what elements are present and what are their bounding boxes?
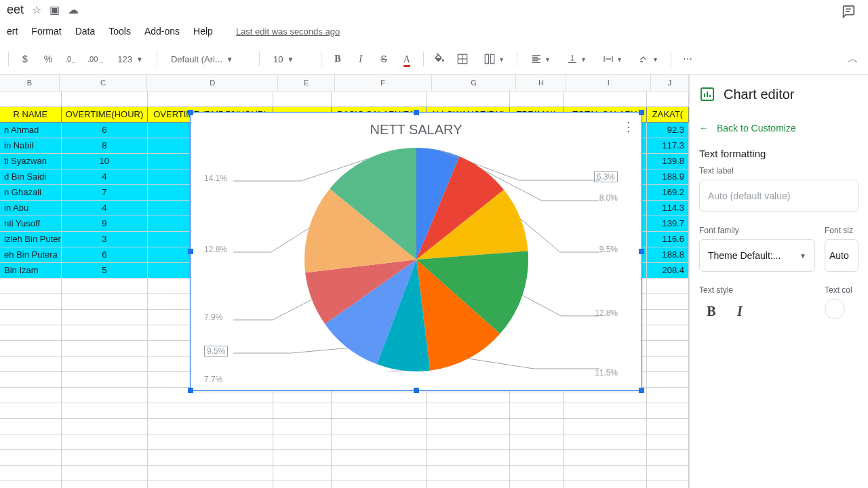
merge-button[interactable]: ▾ bbox=[479, 52, 507, 66]
resize-handle[interactable] bbox=[414, 388, 419, 393]
number-format-select[interactable]: 123▼ bbox=[113, 53, 147, 66]
slice-label: 8.0% bbox=[599, 193, 618, 203]
percent-button[interactable]: % bbox=[41, 54, 55, 64]
comments-icon[interactable] bbox=[841, 4, 856, 21]
menu-addons[interactable]: Add-ons bbox=[144, 26, 180, 37]
currency-button[interactable]: $ bbox=[18, 54, 32, 64]
font-size-select[interactable]: 10▼ bbox=[269, 53, 311, 66]
slice-label[interactable]: 9.5% bbox=[204, 346, 228, 357]
collapse-toolbar-button[interactable]: ︿ bbox=[846, 52, 860, 66]
col-F[interactable]: F bbox=[335, 75, 432, 91]
resize-handle[interactable] bbox=[188, 388, 193, 393]
resize-handle[interactable] bbox=[188, 110, 193, 115]
col-D[interactable]: D bbox=[147, 75, 278, 91]
col-E[interactable]: E bbox=[278, 75, 334, 91]
italic-toggle[interactable]: I bbox=[728, 299, 752, 323]
menu-data[interactable]: Data bbox=[75, 26, 96, 37]
pie-chart bbox=[193, 141, 640, 371]
cloud-icon[interactable]: ☁ bbox=[68, 3, 79, 16]
chart-title: NETT SALARY bbox=[191, 122, 642, 138]
doc-title[interactable]: eet bbox=[7, 3, 24, 17]
svg-rect-5 bbox=[485, 54, 488, 64]
svg-rect-6 bbox=[490, 54, 494, 64]
slice-label: 11.5% bbox=[595, 368, 618, 378]
font-family-label: Font family bbox=[699, 226, 815, 235]
titlebar: eet ☆ ▣ ☁ bbox=[0, 0, 868, 19]
panel-title: Chart editor bbox=[724, 87, 795, 102]
slice-label: 7.7% bbox=[204, 375, 222, 384]
slice-label[interactable]: 6.3% bbox=[594, 171, 618, 182]
bold-toggle[interactable]: B bbox=[699, 299, 724, 323]
increase-decimal-button[interactable]: .00→ bbox=[87, 53, 104, 66]
slice-label: 12.8% bbox=[204, 245, 227, 254]
back-to-customize[interactable]: ← Back to Customize bbox=[699, 114, 859, 142]
col-J[interactable]: J bbox=[651, 75, 689, 91]
text-label-caption: Text label bbox=[699, 166, 859, 176]
panel-header: Chart editor bbox=[699, 75, 859, 114]
halign-button[interactable]: ▾ bbox=[527, 52, 553, 66]
fill-color-button[interactable] bbox=[433, 53, 447, 65]
chart-editor-panel: Chart editor ← Back to Customize Text fo… bbox=[689, 75, 868, 488]
valign-button[interactable]: ▾ bbox=[563, 52, 589, 66]
star-icon[interactable]: ☆ bbox=[32, 3, 41, 16]
text-color-swatch[interactable] bbox=[825, 299, 845, 319]
rotate-button[interactable]: ▾ bbox=[635, 52, 661, 66]
chart-menu-icon[interactable]: ⋮ bbox=[623, 119, 635, 134]
col-H[interactable]: H bbox=[516, 75, 566, 91]
bold-button[interactable]: B bbox=[331, 54, 344, 64]
font-size-select[interactable]: Auto bbox=[825, 239, 859, 272]
table-row[interactable] bbox=[0, 434, 689, 450]
text-color-label: Text col bbox=[825, 285, 859, 295]
toolbar: $ % .0← .00→ 123▼ Default (Ari...▼ 10▼ B… bbox=[0, 44, 868, 75]
italic-button[interactable]: I bbox=[354, 54, 368, 64]
menu-help[interactable]: Help bbox=[193, 26, 213, 37]
slice-label: 14.1% bbox=[204, 174, 227, 183]
slice-label: 9.5% bbox=[599, 245, 618, 254]
more-button[interactable]: ⋯ bbox=[681, 54, 694, 64]
col-G[interactable]: G bbox=[432, 75, 517, 91]
menu-format[interactable]: Format bbox=[31, 26, 61, 37]
menubar: ert Format Data Tools Add-ons Help Last … bbox=[0, 19, 868, 44]
text-style-label: Text style bbox=[699, 285, 815, 295]
table-row[interactable] bbox=[0, 481, 689, 488]
chart-icon bbox=[699, 86, 715, 102]
font-family-select[interactable]: Default (Ari...▼ bbox=[167, 53, 250, 66]
table-row[interactable] bbox=[0, 466, 689, 481]
resize-handle[interactable] bbox=[639, 388, 644, 393]
table-row[interactable] bbox=[0, 403, 689, 419]
menu-insert[interactable]: ert bbox=[7, 26, 18, 37]
spreadsheet-area[interactable]: B C D E F G H I J R NAME OVERTIME(HOUR) … bbox=[0, 75, 689, 488]
arrow-left-icon: ← bbox=[699, 123, 709, 134]
table-row[interactable] bbox=[0, 450, 689, 466]
text-label-input[interactable]: Auto (default value) bbox=[699, 180, 859, 212]
text-color-button[interactable]: A bbox=[400, 54, 414, 65]
move-icon[interactable]: ▣ bbox=[50, 3, 60, 16]
font-size-label: Font siz bbox=[825, 226, 859, 235]
edit-status[interactable]: Last edit was seconds ago bbox=[236, 26, 340, 37]
resize-handle[interactable] bbox=[639, 110, 644, 115]
embedded-chart[interactable]: ⋮ NETT SALARY 6.3% 8.0% 9.5% 12.8% 11.5%… bbox=[190, 112, 642, 391]
column-headers: B C D E F G H I J bbox=[0, 75, 689, 92]
col-I[interactable]: I bbox=[566, 75, 651, 91]
font-family-select[interactable]: Theme Default:...▼ bbox=[699, 239, 815, 272]
slice-label: 7.9% bbox=[204, 312, 222, 322]
strikethrough-button[interactable]: S bbox=[377, 54, 391, 64]
slice-label: 12.8% bbox=[595, 308, 618, 318]
col-C[interactable]: C bbox=[60, 75, 147, 91]
section-heading: Text formatting bbox=[699, 148, 859, 159]
decrease-decimal-button[interactable]: .0← bbox=[64, 53, 78, 66]
resize-handle[interactable] bbox=[414, 110, 419, 115]
table-row[interactable] bbox=[0, 419, 689, 434]
borders-button[interactable] bbox=[456, 53, 470, 65]
wrap-button[interactable]: ▾ bbox=[599, 52, 625, 66]
col-B[interactable]: B bbox=[0, 75, 60, 91]
menu-tools[interactable]: Tools bbox=[108, 26, 131, 37]
